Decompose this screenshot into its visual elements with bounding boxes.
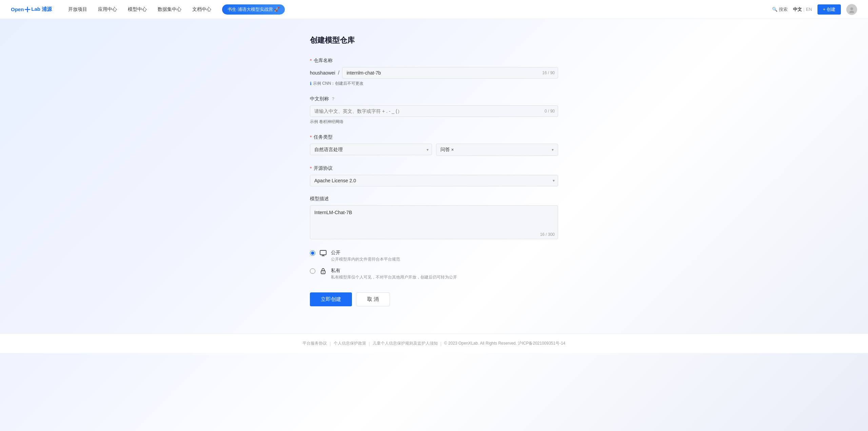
task-secondary-chevron: ▾ <box>552 147 554 152</box>
avatar[interactable] <box>846 4 857 15</box>
search-label: 搜索 <box>779 6 788 13</box>
repo-slash: / <box>338 70 339 76</box>
visibility-public-desc: 公开模型库内的文件需符合本平台规范 <box>331 256 400 262</box>
desc-textarea[interactable]: InternLM-Chat-7B <box>310 205 558 239</box>
avatar-icon <box>848 6 855 13</box>
monitor-icon <box>319 249 327 257</box>
logo-lab: Lab 浦源 <box>31 6 52 13</box>
nav-model-center[interactable]: 模型中心 <box>128 6 147 13</box>
alias-example: 示例 卷积神经网络 <box>310 119 558 125</box>
footer: 平台服务协议 | 个人信息保护政策 | 儿童个人信息保护规则及监护人须知 | ©… <box>0 333 868 353</box>
alias-label: 中文别称 ？ <box>310 96 558 102</box>
task-secondary-wrap: 问答 × ▾ <box>436 144 558 156</box>
info-icon: ℹ <box>310 81 312 86</box>
desc-textarea-wrap: InternLM-Chat-7B 16 / 300 <box>310 205 558 240</box>
svg-rect-4 <box>320 250 326 255</box>
repo-name-hint: ℹ 示例 CNN：创建后不可更改 <box>310 81 558 86</box>
nav-doc-center[interactable]: 文档中心 <box>192 6 211 13</box>
footer-divider-1: | <box>330 341 331 346</box>
alias-input[interactable] <box>310 105 558 117</box>
lang-en[interactable]: EN <box>806 7 812 12</box>
repo-name-label: * 仓库名称 <box>310 58 558 64</box>
license-select-wrap: Apache License 2.0 MIT GPL-3.0 ▾ <box>310 175 558 186</box>
language-switcher[interactable]: 中文 | EN <box>793 6 812 13</box>
task-primary-select[interactable]: 自然语言处理 <box>310 144 432 155</box>
alias-help-icon[interactable]: ？ <box>331 96 335 102</box>
repo-name-hint-text: 示例 CNN：创建后不可更改 <box>313 81 363 86</box>
required-mark-license: * <box>310 166 312 171</box>
license-section: * 开源协议 Apache License 2.0 MIT GPL-3.0 ▾ <box>310 165 558 186</box>
logo-icon <box>24 6 31 13</box>
required-mark: * <box>310 58 312 63</box>
visibility-public-radio[interactable] <box>310 250 315 256</box>
search-icon: 🔍 <box>772 7 777 12</box>
task-label-text: 任务类型 <box>314 134 333 140</box>
main-content: 创建模型仓库 * 仓库名称 houshaowei / 16 / 90 ℹ 示例 … <box>302 19 566 333</box>
visibility-private-info: 私有 私有模型库仅个人可见，不对平台其他用户开放，创建后仍可转为公开 <box>331 268 457 280</box>
alias-section: 中文别称 ？ 0 / 90 示例 卷积神经网络 <box>310 96 558 125</box>
footer-divider-2: | <box>369 341 370 346</box>
task-tag-label: 问答 <box>440 147 450 153</box>
task-type-section: * 任务类型 自然语言处理 ▾ 问答 × ▾ <box>310 134 558 156</box>
nav-right: 🔍 搜索 中文 | EN + 创建 <box>772 4 857 15</box>
footer-children-link[interactable]: 儿童个人信息保护规则及监护人须知 <box>373 341 438 346</box>
repo-owner: houshaowei <box>310 70 335 76</box>
desc-char-count: 16 / 300 <box>540 232 555 237</box>
create-button[interactable]: + 创建 <box>817 4 841 15</box>
nav-links: 开放项目 应用中心 模型中心 数据集中心 文档中心 书生·浦语大模型实战营 🚀 <box>68 4 772 15</box>
footer-privacy-link[interactable]: 个人信息保护政策 <box>334 341 366 346</box>
svg-point-3 <box>849 11 854 13</box>
repo-name-section: * 仓库名称 houshaowei / 16 / 90 ℹ 示例 CNN：创建后… <box>310 58 558 86</box>
visibility-public-option[interactable]: 公开 公开模型库内的文件需符合本平台规范 <box>310 250 558 262</box>
footer-divider-3: | <box>440 341 441 346</box>
private-icon <box>319 267 327 276</box>
visibility-options: 公开 公开模型库内的文件需符合本平台规范 私有 私有模型库仅个人可见，不对平台其… <box>310 250 558 280</box>
repo-name-label-text: 仓库名称 <box>314 58 333 64</box>
logo-text: Open <box>11 6 24 12</box>
brand-logo[interactable]: Open Lab 浦源 <box>11 6 52 13</box>
desc-label-text: 模型描述 <box>310 196 329 202</box>
description-section: 模型描述 InternLM-Chat-7B 16 / 300 <box>310 196 558 240</box>
submit-button[interactable]: 立即创建 <box>310 292 352 306</box>
desc-label: 模型描述 <box>310 196 558 202</box>
alias-input-wrap: 0 / 90 <box>310 105 558 117</box>
nav-app-center[interactable]: 应用中心 <box>98 6 117 13</box>
visibility-private-title: 私有 <box>331 268 457 274</box>
task-tag-close[interactable]: × <box>451 147 454 152</box>
lang-zh[interactable]: 中文 <box>793 6 802 13</box>
license-label: * 开源协议 <box>310 165 558 171</box>
search-button[interactable]: 🔍 搜索 <box>772 6 788 13</box>
lock-icon <box>319 267 327 275</box>
svg-point-8 <box>323 272 323 272</box>
svg-point-2 <box>850 7 853 10</box>
cancel-button[interactable]: 取 消 <box>356 292 390 306</box>
navbar: Open Lab 浦源 开放项目 应用中心 模型中心 数据集中心 文档中心 书生… <box>0 0 868 19</box>
license-select[interactable]: Apache License 2.0 MIT GPL-3.0 <box>310 175 558 186</box>
repo-name-input-wrap: 16 / 90 <box>342 67 558 79</box>
footer-service-link[interactable]: 平台服务协议 <box>302 341 327 346</box>
repo-name-input[interactable] <box>342 67 558 79</box>
footer-copyright: © 2023 OpenXLab. All Rights Reserved. 沪I… <box>444 341 566 346</box>
task-primary-wrap: 自然语言处理 ▾ <box>310 144 432 156</box>
visibility-public-info: 公开 公开模型库内的文件需符合本平台规范 <box>331 250 400 262</box>
visibility-section: 公开 公开模型库内的文件需符合本平台规范 私有 私有模型库仅个人可见，不对平台其… <box>310 250 558 280</box>
visibility-private-option[interactable]: 私有 私有模型库仅个人可见，不对平台其他用户开放，创建后仍可转为公开 <box>310 268 558 280</box>
alias-char-count: 0 / 90 <box>545 109 555 114</box>
nav-open-project[interactable]: 开放项目 <box>68 6 87 13</box>
nav-banner[interactable]: 书生·浦语大模型实战营 🚀 <box>222 4 285 15</box>
nav-dataset-center[interactable]: 数据集中心 <box>158 6 181 13</box>
lang-divider: | <box>803 7 804 12</box>
visibility-private-desc: 私有模型库仅个人可见，不对平台其他用户开放，创建后仍可转为公开 <box>331 274 457 280</box>
repo-name-row: houshaowei / 16 / 90 <box>310 67 558 79</box>
form-actions: 立即创建 取 消 <box>310 292 558 306</box>
required-mark-task: * <box>310 135 312 140</box>
license-label-text: 开源协议 <box>314 165 333 171</box>
visibility-public-title: 公开 <box>331 250 400 256</box>
alias-label-text: 中文别称 <box>310 96 329 102</box>
public-icon <box>319 249 327 259</box>
task-label: * 任务类型 <box>310 134 558 140</box>
repo-name-count: 16 / 90 <box>542 70 555 75</box>
task-secondary-select[interactable]: 问答 × ▾ <box>436 144 558 156</box>
task-row: 自然语言处理 ▾ 问答 × ▾ <box>310 144 558 156</box>
visibility-private-radio[interactable] <box>310 268 315 274</box>
